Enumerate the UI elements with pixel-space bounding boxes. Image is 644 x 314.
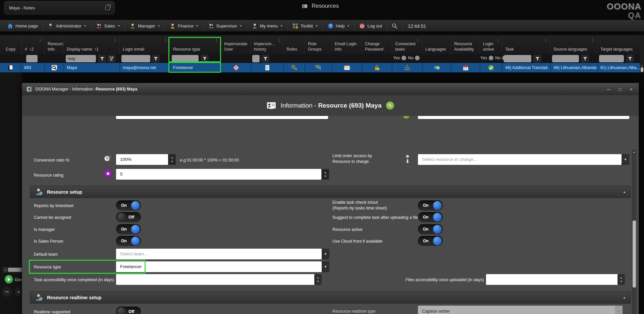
col-number[interactable]: # ↑2 ⋮ bbox=[21, 35, 44, 54]
col-resource-availability[interactable]: Resource Availability bbox=[451, 35, 479, 54]
col-copy[interactable]: Copy bbox=[3, 35, 21, 54]
is-sales-person-toggle[interactable]: On bbox=[116, 236, 141, 246]
pager-first-button[interactable]: ⏮ bbox=[2, 287, 12, 297]
column-menu-icon[interactable]: ⋮ bbox=[416, 38, 420, 43]
menu-sales[interactable]: Sales▼ bbox=[92, 20, 125, 32]
files-accessibility-stepper[interactable]: ▲▼ bbox=[618, 274, 625, 285]
dropdown-arrow-icon[interactable]: ▼ bbox=[322, 249, 329, 259]
impersonation-history-icon[interactable] bbox=[251, 63, 283, 72]
menu-manager[interactable]: Manager▼ bbox=[125, 20, 165, 32]
dialog-scrollbar[interactable]: ▲ ▼ bbox=[632, 149, 636, 314]
menu-administrator[interactable]: Administrator▼ bbox=[43, 20, 92, 32]
conversion-ratio-stepper[interactable]: ▲▼ bbox=[168, 154, 176, 165]
cloud-front-toggle[interactable]: On bbox=[418, 236, 443, 246]
col-connected-tasks[interactable]: Connected tasks ⋮ bbox=[392, 35, 421, 54]
resource-active-toggle[interactable]: On bbox=[418, 224, 443, 234]
col-login-email[interactable]: Login email ⋮ bbox=[119, 35, 169, 54]
filter-apply-icon[interactable] bbox=[201, 55, 209, 63]
role-groups-icon[interactable] bbox=[305, 63, 331, 72]
play-icon[interactable] bbox=[5, 275, 13, 284]
column-menu-icon[interactable]: ⋮ bbox=[38, 38, 42, 43]
menu-supervisor[interactable]: Supervisor▼ bbox=[204, 20, 247, 32]
column-menu-icon[interactable]: ⋮ bbox=[496, 38, 500, 43]
col-email-login-info[interactable]: Email Login info bbox=[331, 35, 361, 54]
menu-toolkit[interactable]: Toolkit▼ bbox=[288, 20, 323, 32]
filter-task-input[interactable] bbox=[504, 55, 531, 62]
resource-realtime-type-select[interactable]: Caption writer bbox=[418, 306, 623, 314]
menu-finance[interactable]: Finance▼ bbox=[165, 20, 203, 32]
login-active-icon[interactable] bbox=[480, 63, 502, 72]
column-menu-icon[interactable]: ⋮ bbox=[591, 38, 595, 43]
maximize-icon[interactable]: □ bbox=[616, 87, 623, 92]
minimize-icon[interactable]: ─ bbox=[605, 87, 612, 92]
resource-rating-input[interactable]: 5 bbox=[116, 169, 321, 180]
col-login-active[interactable]: Login active ⋮ bbox=[480, 35, 501, 54]
roles-icon[interactable] bbox=[283, 63, 305, 72]
scrollbar-thumb[interactable] bbox=[641, 67, 643, 72]
task-accessibility-input[interactable] bbox=[116, 274, 322, 285]
pager-prev-button[interactable]: ◄ bbox=[15, 287, 22, 297]
collapse-icon[interactable]: ▲ bbox=[623, 296, 626, 299]
menu-log-out[interactable]: Log out bbox=[355, 20, 387, 32]
languages-icon[interactable] bbox=[422, 63, 451, 72]
filter-apply-icon[interactable] bbox=[261, 55, 269, 63]
conversion-ratio-input[interactable]: 100% bbox=[116, 154, 168, 165]
filter-impersonation-history-input[interactable] bbox=[252, 55, 260, 62]
scrollbar-thumb[interactable] bbox=[8, 268, 22, 272]
filter-apply-icon[interactable] bbox=[581, 55, 589, 63]
column-menu-icon[interactable]: ⋮ bbox=[163, 38, 168, 43]
column-menu-icon[interactable]: ⋮ bbox=[544, 38, 548, 43]
collapse-icon[interactable]: ▲ bbox=[623, 190, 626, 194]
files-accessibility-input[interactable] bbox=[486, 274, 625, 285]
menu-home-page[interactable]: Home page bbox=[3, 20, 43, 32]
col-impersonation-history[interactable]: Imperson... history ⋮ bbox=[251, 35, 282, 54]
edit-badge-icon[interactable]: ✎ bbox=[386, 102, 394, 110]
filter-apply-icon[interactable] bbox=[533, 55, 541, 63]
col-resource-info[interactable]: Resourc Info bbox=[44, 35, 63, 54]
reports-by-timesheet-toggle[interactable]: On bbox=[116, 200, 141, 210]
close-icon[interactable]: × bbox=[628, 87, 635, 92]
task-checkinout-toggle[interactable]: On bbox=[418, 200, 443, 210]
cannot-be-assigned-toggle[interactable]: Off bbox=[116, 212, 141, 222]
filter-apply-icon[interactable] bbox=[98, 55, 106, 63]
radio-yes[interactable] bbox=[489, 56, 493, 60]
filter-clear-icon[interactable] bbox=[107, 55, 115, 63]
filter-login-email-input[interactable] bbox=[121, 55, 150, 62]
default-team-select[interactable]: Select team... bbox=[116, 249, 322, 259]
connected-tasks-icon[interactable] bbox=[392, 63, 422, 72]
restore-icon[interactable] bbox=[105, 6, 110, 10]
task-accessibility-stepper[interactable]: ▲▼ bbox=[314, 274, 322, 285]
col-change-password[interactable]: Change Password bbox=[362, 35, 391, 54]
scroll-up-icon[interactable]: ▲ bbox=[632, 149, 636, 154]
column-menu-icon[interactable]: ⋮ bbox=[214, 38, 219, 43]
dropdown-arrow-icon[interactable]: ▼ bbox=[622, 154, 629, 165]
filter-display-name-input[interactable] bbox=[66, 55, 96, 62]
email-login-info-icon[interactable] bbox=[331, 63, 362, 72]
col-target-languages[interactable]: Target languages bbox=[597, 35, 639, 54]
column-menu-icon[interactable]: ⋮ bbox=[113, 38, 117, 43]
filter-source-languages-input[interactable] bbox=[552, 55, 579, 62]
window-tab-maya-notes[interactable]: Maya - Notes bbox=[4, 1, 115, 14]
col-resource-type[interactable]: Resource type ⋮ bbox=[170, 35, 220, 54]
resource-setup-section-header[interactable]: Resource setup ▲ bbox=[30, 186, 631, 198]
is-manager-toggle[interactable]: On bbox=[116, 224, 141, 234]
col-role-groups[interactable]: Role Groups bbox=[305, 35, 331, 54]
menu-search[interactable] bbox=[387, 20, 402, 32]
realtime-setup-section-header[interactable]: Resource realtime setup ▲ bbox=[30, 291, 631, 304]
scroll-up-icon[interactable]: ▲ bbox=[640, 63, 644, 67]
menu-my-menu[interactable]: My menu▼ bbox=[247, 20, 288, 32]
grid-scrollbar[interactable]: ▲ bbox=[640, 35, 644, 72]
col-languages[interactable]: Languages bbox=[422, 35, 450, 54]
scroll-left-icon[interactable]: ◄ bbox=[3, 268, 8, 271]
filter-apply-icon[interactable] bbox=[626, 55, 634, 63]
menu-help[interactable]: ? Help▼ bbox=[323, 20, 355, 32]
resource-availability-icon[interactable] bbox=[451, 63, 480, 72]
table-row[interactable]: 693 Maya maya@ooona.net Freelancer 46) A… bbox=[0, 63, 640, 72]
radio-yes[interactable] bbox=[401, 56, 406, 60]
copy-row-icon[interactable] bbox=[0, 63, 21, 72]
scrollbar-thumb[interactable] bbox=[633, 221, 636, 288]
impersonate-user-icon[interactable] bbox=[221, 63, 251, 72]
realtime-supported-toggle[interactable]: Off bbox=[116, 307, 141, 314]
filter-resource-type-input[interactable] bbox=[172, 55, 199, 62]
dialog-titlebar[interactable]: OOONA Manager - Information -Resource (6… bbox=[22, 83, 639, 95]
